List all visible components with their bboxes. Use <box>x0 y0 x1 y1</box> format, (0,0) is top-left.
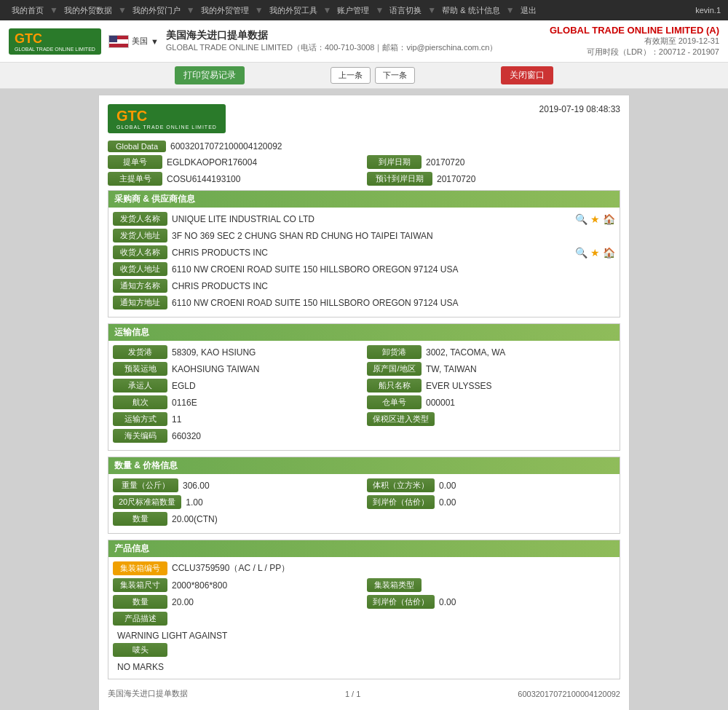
print-button[interactable]: 打印贸易记录 <box>175 66 245 84</box>
shipper-name-label: 发货人名称 <box>113 212 167 226</box>
nav-language[interactable]: 语言切换 <box>385 5 426 16</box>
global-data-section: Global Data 60032017072100004120092 提单号 … <box>108 141 620 186</box>
buyer-supplier-body: 发货人名称 UNIQUE LITE INDUSTRIAL CO LTD 🔍 ★ … <box>108 208 620 317</box>
search-icon-consignee[interactable]: 🔍 <box>575 247 587 259</box>
consignee-name-row: 收货人名称 CHRIS PRODUCTS INC 🔍 ★ 🏠 <box>113 245 615 259</box>
prev-button[interactable]: 上一条 <box>331 67 371 84</box>
warehouse-value: 000001 <box>426 398 615 408</box>
consignee-name-label: 收货人名称 <box>113 245 167 259</box>
container-size-value: 2000*806*800 <box>172 580 361 591</box>
marks-label: 唛头 <box>113 643 167 657</box>
transport-header: 运输信息 <box>108 324 620 341</box>
nav-home[interactable]: 我的首页 <box>7 5 48 16</box>
quantity-price-header: 数量 & 价格信息 <box>108 457 620 474</box>
weight-value: 306.00 <box>183 481 361 491</box>
bonded-label: 保税区进入类型 <box>367 412 435 426</box>
std20-value: 1.00 <box>186 497 361 508</box>
close-button[interactable]: 关闭窗口 <box>501 66 553 84</box>
origin-port-value: 58309, KAO HSIUNG <box>172 347 361 358</box>
quantity-row: 数量 20.00(CTN) <box>113 512 615 526</box>
voyage-value: 0116E <box>172 398 361 408</box>
marks-row: 唛头 <box>113 643 615 657</box>
user-info: kevin.1 <box>695 6 721 15</box>
doc-footer-label: 美国海关进口提单数据 <box>108 688 188 699</box>
nav-logout[interactable]: 退出 <box>516 5 541 16</box>
shipper-name-row: 发货人名称 UNIQUE LITE INDUSTRIAL CO LTD 🔍 ★ … <box>113 212 615 226</box>
load-place-label: 预装运地 <box>113 362 167 376</box>
nav-export-tools[interactable]: 我的外贸工具 <box>265 5 322 16</box>
consignee-addr-value: 6110 NW CROENI ROAD SUITE 150 HILLSBORO … <box>172 264 615 275</box>
doc-timestamp: 2019-07-19 08:48:33 <box>539 104 620 114</box>
search-icon-shipper[interactable]: 🔍 <box>575 213 587 225</box>
main-bill-row: 主提单号 COSU6144193100 预计到岸日期 20170720 <box>108 172 620 186</box>
buyer-supplier-title: 采购商 & 供应商信息 <box>114 194 195 204</box>
container-no-row: 集装箱编号 CCLU3759590（AC / L / PP） <box>113 561 615 575</box>
nav-export-portal[interactable]: 我的外贸门户 <box>128 5 185 16</box>
nav-links: 我的首页 ▼ 我的外贸数据 ▼ 我的外贸门户 ▼ 我的外贸管理 ▼ 我的外贸工具… <box>7 5 541 16</box>
doc-logo: GTC GLOBAL TRADE ONLINE LIMITED <box>108 104 226 133</box>
bill-no-value: EGLDKAOPOR176004 <box>167 157 361 167</box>
load-place-value: KAOHSIUNG TAIWAN <box>172 364 361 374</box>
prod-qty-price-row: 数量 20.00 到岸价（估价） 0.00 <box>113 595 615 609</box>
container-no-value: CCLU3759590（AC / L / PP） <box>172 562 615 575</box>
container-type-col: 集装箱类型 <box>367 578 615 592</box>
consignee-addr-row: 收货人地址 6110 NW CROENI ROAD SUITE 150 HILL… <box>113 262 615 276</box>
weight-label: 重量（公斤） <box>113 478 178 492</box>
main-bill-value: COSU6144193100 <box>167 174 361 184</box>
top-nav: 我的首页 ▼ 我的外贸数据 ▼ 我的外贸门户 ▼ 我的外贸管理 ▼ 我的外贸工具… <box>0 0 728 20</box>
header-title-area: 美国海关进口提单数据 GLOBAL TRADE ONLINE LIMITED（电… <box>166 29 498 53</box>
nav-export-manage[interactable]: 我的外贸管理 <box>197 5 253 16</box>
home-icon-shipper[interactable]: 🏠 <box>603 213 615 225</box>
page-title: 美国海关进口提单数据 <box>166 29 498 42</box>
voyage-label: 航次 <box>113 395 167 409</box>
std20-label: 20尺标准箱数量 <box>113 495 181 509</box>
transport-mode-label: 运输方式 <box>113 412 167 426</box>
carrier-vessel-row: 承运人 EGLD 船只名称 EVER ULYSSES <box>113 379 615 393</box>
star-icon-shipper[interactable]: ★ <box>590 213 600 225</box>
est-arrival-value: 20170720 <box>437 174 620 184</box>
prod-qty-value: 20.00 <box>172 597 361 607</box>
volume-col: 体积（立方米） 0.00 <box>367 478 615 492</box>
home-icon-consignee[interactable]: 🏠 <box>603 247 615 259</box>
transport-section: 运输信息 发货港 58309, KAO HSIUNG 卸货港 3002, TAC… <box>108 323 620 451</box>
warehouse-label: 仓单号 <box>367 395 422 409</box>
star-icon-consignee[interactable]: ★ <box>590 247 600 259</box>
arrival-price-label: 到岸价（估价） <box>367 495 435 509</box>
consignee-name-value: CHRIS PRODUCTS INC <box>172 248 571 258</box>
header-left: GTC GLOBAL TRADE ONLINE LIMITED 美国 ▼ 美国海… <box>9 28 497 55</box>
warehouse-col: 仓单号 000001 <box>367 395 615 409</box>
transport-mode-col: 运输方式 11 <box>113 412 361 426</box>
origin-port-label: 发货港 <box>113 345 167 359</box>
carrier-value: EGLD <box>172 381 361 391</box>
notify-addr-label: 通知方地址 <box>113 296 167 309</box>
shipper-addr-label: 发货人地址 <box>113 229 167 242</box>
global-data-label: Global Data <box>108 141 166 152</box>
voyage-warehouse-row: 航次 0116E 仓单号 000001 <box>113 395 615 409</box>
nav-trade-data[interactable]: 我的外贸数据 <box>60 5 116 16</box>
next-button[interactable]: 下一条 <box>375 67 415 84</box>
shipper-addr-row: 发货人地址 3F NO 369 SEC 2 CHUNG SHAN RD CHUN… <box>113 229 615 242</box>
nav-help[interactable]: 帮助 & 统计信息 <box>438 5 504 16</box>
arrival-price-col: 到岸价（估价） 0.00 <box>367 495 615 509</box>
buyer-supplier-section: 采购商 & 供应商信息 发货人名称 UNIQUE LITE INDUSTRIAL… <box>108 190 620 317</box>
product-section: 产品信息 集装箱编号 CCLU3759590（AC / L / PP） 集装箱尺… <box>108 540 620 679</box>
product-header: 产品信息 <box>108 540 620 557</box>
notify-addr-value: 6110 NW CROENI ROAD SUITE 150 HILLSBORO … <box>172 298 615 308</box>
carrier-label: 承运人 <box>113 379 167 393</box>
doc-logo-box: GTC GLOBAL TRADE ONLINE LIMITED <box>108 104 226 133</box>
marks-value: NO MARKS <box>113 660 615 674</box>
bill-no-label: 提单号 <box>108 155 162 169</box>
prod-qty-label: 数量 <box>113 595 167 609</box>
est-arrival-label: 预计到岸日期 <box>367 172 432 186</box>
nav-account[interactable]: 账户管理 <box>333 5 373 16</box>
document: GTC GLOBAL TRADE ONLINE LIMITED 2019-07-… <box>98 95 630 710</box>
logo-sub: GLOBAL TRADE ONLINE LIMITED <box>15 47 95 52</box>
vessel-value: EVER ULYSSES <box>426 381 615 391</box>
product-body: 集装箱编号 CCLU3759590（AC / L / PP） 集装箱尺寸 200… <box>108 557 620 679</box>
origin-country-col: 原产国/地区 TW, TAIWAN <box>367 362 615 376</box>
std20-col: 20尺标准箱数量 1.00 <box>113 495 361 509</box>
doc-footer-page: 1 / 1 <box>345 690 360 698</box>
prod-price-label: 到岸价（估价） <box>367 595 435 609</box>
shipper-addr-value: 3F NO 369 SEC 2 CHUNG SHAN RD CHUNG HO T… <box>172 231 615 241</box>
shipper-name-value: UNIQUE LITE INDUSTRIAL CO LTD <box>172 214 571 224</box>
